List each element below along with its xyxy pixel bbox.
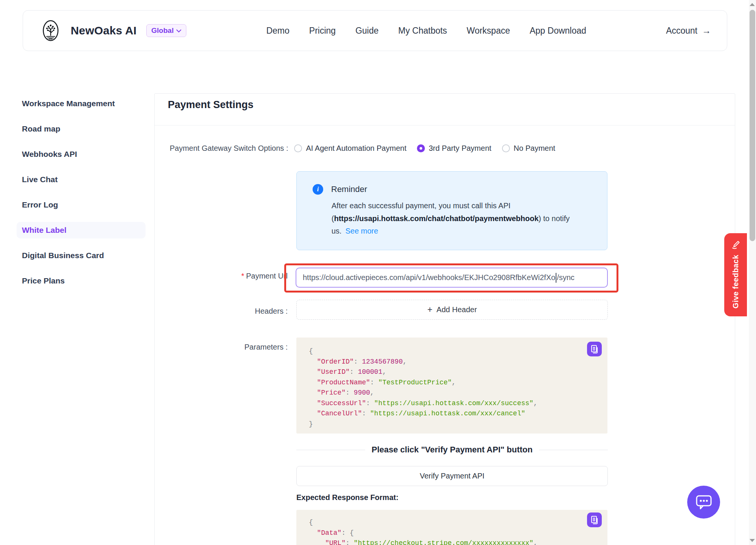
sidebar-item-white-label[interactable]: White Label [17, 222, 146, 238]
gateway-radio-group: AI Agent Automation Payment3rd Party Pay… [294, 144, 555, 153]
sidebar-item-price-plans[interactable]: Price Plans [17, 272, 146, 289]
verify-payment-api-button[interactable]: Verify Payment API [296, 466, 608, 486]
radio-option-ai-agent-automation-payment[interactable]: AI Agent Automation Payment [294, 144, 406, 153]
payment-url-label: *Payment Url [170, 272, 288, 280]
reminder-line-3: us.See more [332, 225, 592, 238]
nav-item-my-chatbots[interactable]: My Chatbots [398, 26, 447, 36]
copy-icon [590, 516, 599, 525]
parameters-code: { "OrderID": 1234567890, "UserID": 10000… [309, 346, 607, 429]
scrollbar[interactable] [749, 0, 756, 545]
info-icon: i [313, 184, 323, 195]
verify-instruction-divider: Please click "Verify Payment API" button [296, 445, 608, 455]
app-root: NewOaks AI Global DemoPricingGuideMy Cha… [0, 0, 756, 545]
radio-option-3rd-party-payment[interactable]: 3rd Party Payment [417, 144, 491, 153]
title-divider [155, 125, 735, 125]
chat-bubble-icon [695, 494, 713, 510]
divider-line-right [539, 450, 608, 450]
sidebar-item-webhooks-api[interactable]: Webhooks API [17, 146, 146, 163]
verify-instruction-text: Please click "Verify Payment API" button [372, 445, 533, 455]
sidebar: Workspace ManagementRoad mapWebhooks API… [17, 95, 146, 298]
scrollbar-thumb[interactable] [750, 10, 755, 241]
headers-label: Headers : [170, 307, 288, 316]
radio-selected-icon[interactable] [417, 144, 425, 152]
radio-label: 3rd Party Payment [429, 144, 491, 153]
brand: NewOaks AI Global [39, 19, 186, 42]
radio-option-no-payment[interactable]: No Payment [502, 144, 555, 153]
give-feedback-label: Give feedback [731, 255, 740, 308]
add-header-button[interactable]: + Add Header [296, 300, 608, 320]
account-label: Account [666, 26, 697, 36]
reminder-alert: i Reminder After each successful payment… [296, 171, 607, 250]
newoaks-logo-icon [39, 19, 62, 42]
sidebar-item-digital-business-card[interactable]: Digital Business Card [17, 247, 146, 264]
reminder-body: After each successful payment, you must … [332, 200, 592, 238]
parameters-code-block: { "OrderID": 1234567890, "UserID": 10000… [296, 338, 607, 434]
main-nav: DemoPricingGuideMy ChatbotsWorkspaceApp … [186, 26, 666, 36]
scroll-down-arrow[interactable] [750, 539, 755, 542]
sidebar-item-workspace-management[interactable]: Workspace Management [17, 95, 146, 112]
gateway-switch-row: Payment Gateway Switch Options : AI Agen… [170, 142, 555, 154]
copy-icon [590, 345, 599, 354]
payment-url-value-start: https://cloud.activepieces.com/api/v1/we… [303, 273, 555, 282]
reminder-header: i Reminder [313, 184, 592, 195]
reminder-title: Reminder [331, 184, 367, 194]
chevron-down-icon [176, 29, 181, 33]
give-feedback-tab[interactable]: Give feedback [724, 233, 747, 316]
sidebar-item-road-map[interactable]: Road map [17, 121, 146, 137]
top-navbar: NewOaks AI Global DemoPricingGuideMy Cha… [23, 10, 727, 51]
pencil-icon [731, 240, 741, 250]
payment-webhook-url: https://usapi.hottask.com/chat/chatbot/p… [334, 214, 539, 223]
divider-line-left [296, 450, 365, 450]
nav-item-pricing[interactable]: Pricing [309, 26, 336, 36]
chat-widget-button[interactable] [687, 486, 720, 519]
nav-item-guide[interactable]: Guide [355, 26, 378, 36]
add-header-label: Add Header [437, 305, 477, 314]
payment-url-input[interactable]: https://cloud.activepieces.com/api/v1/we… [296, 268, 608, 288]
brand-name: NewOaks AI [71, 24, 136, 37]
reminder-line-1: After each successful payment, you must … [332, 200, 592, 212]
reminder-line-2: (https://usapi.hottask.com/chat/chatbot/… [332, 212, 592, 225]
text-cursor [556, 273, 556, 283]
region-selector[interactable]: Global [146, 24, 186, 37]
region-label: Global [151, 26, 174, 35]
gateway-options-label: Payment Gateway Switch Options : [170, 144, 288, 153]
required-asterisk: * [241, 272, 244, 280]
payment-settings-panel: Payment Settings Payment Gateway Switch … [154, 93, 735, 545]
see-more-link[interactable]: See more [345, 227, 378, 235]
radio-label: No Payment [514, 144, 555, 153]
copy-expected-response-button[interactable] [587, 512, 602, 527]
expected-response-code-block: { "Data": { "URL": "https://checkout.str… [296, 510, 607, 545]
sidebar-item-error-log[interactable]: Error Log [17, 197, 146, 213]
nav-item-workspace[interactable]: Workspace [467, 26, 510, 36]
plus-icon: + [427, 305, 432, 314]
scroll-up-arrow[interactable] [750, 3, 755, 6]
expected-response-label: Expected Response Format: [296, 493, 398, 502]
parameters-label: Parameters : [170, 343, 288, 351]
radio-unselected-icon[interactable] [294, 144, 302, 152]
radio-unselected-icon[interactable] [502, 144, 510, 152]
account-link[interactable]: Account → [666, 25, 711, 36]
nav-item-app-download[interactable]: App Download [530, 26, 586, 36]
copy-parameters-button[interactable] [587, 342, 602, 356]
payment-url-value-end: /sync [557, 273, 575, 282]
nav-item-demo[interactable]: Demo [266, 26, 289, 36]
arrow-right-icon: → [702, 25, 711, 36]
expected-response-code: { "Data": { "URL": "https://checkout.str… [309, 517, 607, 545]
sidebar-item-live-chat[interactable]: Live Chat [17, 171, 146, 188]
radio-label: AI Agent Automation Payment [306, 144, 406, 153]
page-title: Payment Settings [168, 99, 254, 111]
